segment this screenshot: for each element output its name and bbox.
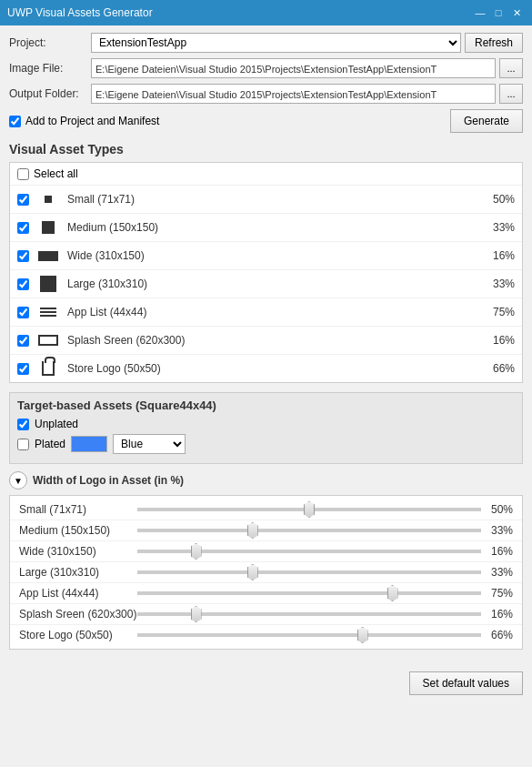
output-folder-control: E:\Eigene Dateien\Visual Studio 2015\Pro… <box>91 84 523 104</box>
slider-input[interactable] <box>137 633 481 637</box>
asset-icon-wrap <box>35 189 62 209</box>
asset-checkbox[interactable] <box>17 222 29 234</box>
project-select[interactable]: ExtensionTestApp <box>91 33 461 53</box>
project-control: ExtensionTestApp Refresh <box>91 33 523 53</box>
asset-items-list: Small (71x71) 50% Medium (150x150) 33% W… <box>10 186 522 382</box>
slider-pct: 50% <box>481 503 513 516</box>
asset-icon-wrap <box>35 302 62 322</box>
asset-pct: 66% <box>483 362 515 375</box>
image-file-browse-button[interactable]: ... <box>499 58 523 78</box>
add-to-project-label[interactable]: Add to Project and Manifest <box>9 115 159 127</box>
close-button[interactable]: ✕ <box>508 5 525 21</box>
asset-name: Wide (310x150) <box>67 249 483 262</box>
refresh-button[interactable]: Refresh <box>465 33 523 53</box>
app-title: UWP Visual Assets Generator <box>7 6 153 19</box>
output-folder-label: Output Folder: <box>9 87 91 100</box>
asset-checkbox[interactable] <box>17 278 29 290</box>
slider-item: App List (44x44) 75% <box>10 583 522 604</box>
output-folder-row: Output Folder: E:\Eigene Dateien\Visual … <box>9 84 523 104</box>
asset-name: Splash Sreen (620x300) <box>67 334 483 347</box>
asset-icon-wrap <box>35 358 62 378</box>
slider-label: Small (71x71) <box>19 503 137 516</box>
minimize-button[interactable]: — <box>472 5 488 21</box>
asset-icon-wrap <box>35 246 62 266</box>
slider-item: Medium (150x150) 33% <box>10 520 522 541</box>
image-file-label: Image File: <box>9 62 91 75</box>
slider-track <box>137 508 481 511</box>
slider-input[interactable] <box>137 529 481 532</box>
width-header: ▼ Width of Logo in Asset (in %) <box>9 471 523 489</box>
image-file-path: E:\Eigene Dateien\Visual Studio 2015\Pro… <box>91 58 496 78</box>
plated-color-swatch[interactable] <box>71 436 107 452</box>
project-row: Project: ExtensionTestApp Refresh <box>9 33 523 53</box>
select-all-checkbox[interactable] <box>17 168 29 180</box>
slider-input[interactable] <box>137 570 481 574</box>
sliders-list: Small (71x71) 50% Medium (150x150) 33% W… <box>10 500 522 645</box>
asset-checkbox[interactable] <box>17 250 29 262</box>
slider-pct: 66% <box>481 629 513 641</box>
asset-pct: 50% <box>483 193 515 206</box>
target-assets-header: Target-based Assets (Square44x44) <box>17 399 515 412</box>
width-section: ▼ Width of Logo in Asset (in %) Small (7… <box>9 471 523 650</box>
width-header-label: Width of Logo in Asset (in %) <box>33 474 184 487</box>
add-to-project-checkbox[interactable] <box>9 116 21 127</box>
asset-checkbox[interactable] <box>17 194 29 206</box>
slider-item: Small (71x71) 50% <box>10 500 522 520</box>
asset-item: Wide (310x150) 16% <box>10 242 522 270</box>
collapse-button[interactable]: ▼ <box>9 471 27 489</box>
asset-checkbox[interactable] <box>17 335 29 347</box>
set-default-values-button[interactable]: Set default values <box>409 671 523 695</box>
plated-color-dropdown[interactable]: Blue <box>113 434 186 454</box>
slider-input[interactable] <box>137 508 481 511</box>
asset-item: Large (310x310) 33% <box>10 270 522 298</box>
select-all-row: Select all <box>10 163 522 186</box>
asset-name: Medium (150x150) <box>67 221 483 234</box>
small-icon <box>45 196 52 203</box>
unplated-row: Unplated <box>17 418 515 430</box>
asset-item: Medium (150x150) 33% <box>10 214 522 242</box>
output-folder-path: E:\Eigene Dateien\Visual Studio 2015\Pro… <box>91 84 496 104</box>
slider-track <box>137 633 481 637</box>
slider-track <box>137 550 481 553</box>
maximize-button[interactable]: □ <box>490 5 507 21</box>
asset-pct: 16% <box>483 249 515 262</box>
output-folder-browse-button[interactable]: ... <box>499 84 523 104</box>
slider-label: Medium (150x150) <box>19 524 137 537</box>
sliders-box: Small (71x71) 50% Medium (150x150) 33% W… <box>9 495 523 650</box>
slider-input[interactable] <box>137 612 481 616</box>
asset-item: Store Logo (50x50) 66% <box>10 355 522 382</box>
slider-pct: 33% <box>481 524 513 537</box>
slider-pct: 16% <box>481 545 513 558</box>
slider-item: Large (310x310) 33% <box>10 562 522 583</box>
unplated-checkbox[interactable] <box>17 419 29 430</box>
asset-name: Store Logo (50x50) <box>67 362 483 375</box>
slider-track <box>137 529 481 532</box>
slider-pct: 75% <box>481 587 513 600</box>
bottom-bar: Set default values <box>0 664 532 702</box>
asset-checkbox[interactable] <box>17 363 29 375</box>
slider-track <box>137 612 481 616</box>
window-controls: — □ ✕ <box>472 5 525 21</box>
plated-label: Plated <box>35 438 65 450</box>
asset-checkbox[interactable] <box>17 307 29 318</box>
slider-pct: 16% <box>481 608 513 621</box>
asset-icon-wrap <box>35 330 62 350</box>
applist-icon <box>40 304 56 320</box>
slider-label: Store Logo (50x50) <box>19 629 137 641</box>
slider-label: App List (44x44) <box>19 587 137 600</box>
asset-item: App List (44x44) 75% <box>10 298 522 327</box>
asset-pct: 33% <box>483 278 515 290</box>
main-content: Project: ExtensionTestApp Refresh Image … <box>0 25 532 664</box>
plated-checkbox[interactable] <box>17 439 29 450</box>
asset-name: Small (71x71) <box>67 193 483 206</box>
image-file-control: E:\Eigene Dateien\Visual Studio 2015\Pro… <box>91 58 523 78</box>
slider-input[interactable] <box>137 550 481 553</box>
slider-item: Wide (310x150) 16% <box>10 541 522 562</box>
store-icon <box>42 361 55 376</box>
slider-input[interactable] <box>137 591 481 595</box>
asset-pct: 75% <box>483 306 515 318</box>
generate-button[interactable]: Generate <box>450 109 523 133</box>
visual-asset-types-header: Visual Asset Types <box>9 142 523 156</box>
medium-icon <box>42 221 55 234</box>
slider-pct: 33% <box>481 566 513 579</box>
